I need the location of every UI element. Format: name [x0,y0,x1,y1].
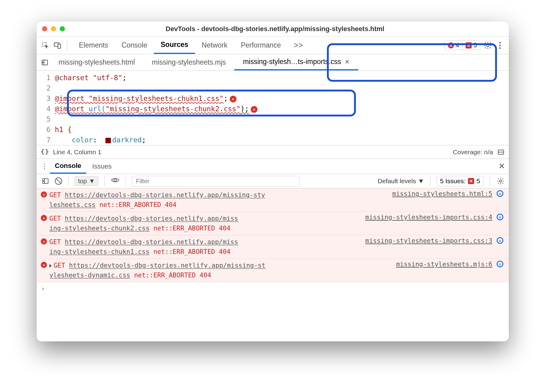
minimize-window-icon[interactable] [51,26,56,31]
chevron-down-icon: ▼ [418,177,424,185]
console-error-row[interactable]: ✕GET https://devtools-dbg-stories.netlif… [37,259,509,282]
window-title: DevTools - devtools-dbg-stories.netlify.… [65,25,503,33]
error-source-link[interactable]: missing-stylesheets.html:5 [389,190,495,198]
panel-tabs: Elements Console Sources Network Perform… [72,37,288,54]
network-panel-icon[interactable]: ⇅ [495,237,505,244]
separator [67,40,67,51]
settings-icon[interactable] [483,41,492,50]
code-area[interactable]: @charset "utf-8"; @import "missing-style… [55,73,509,145]
close-tab-icon[interactable]: ✕ [345,58,350,66]
file-tab-1[interactable]: missing-stylesheets.mjs [144,54,235,70]
traffic-lights [42,26,65,31]
issue-count: 5 [473,42,477,49]
file-tab-2[interactable]: missing-stylesh…ts-imports.css ✕ [234,54,358,70]
clear-console-icon[interactable] [55,177,62,185]
editor-statusbar: Line 4, Column 1 Coverage: n/a [37,145,509,159]
svg-point-3 [487,44,489,46]
main-toolbar: Elements Console Sources Network Perform… [37,37,509,54]
more-tabs-icon[interactable]: >> [291,41,306,50]
error-icon: ✕ [41,214,49,221]
error-icon: ✕ [448,42,454,48]
console-settings-icon[interactable] [496,176,505,186]
network-panel-icon[interactable]: ⇅ [495,261,505,267]
error-message: GET https://devtools-dbg-stories.netlify… [49,190,389,210]
live-expression-icon[interactable] [111,177,119,185]
kebab-menu-icon[interactable] [495,41,505,50]
svg-point-5 [499,45,501,46]
separator [490,176,490,187]
toggle-sidebar-icon[interactable] [497,148,505,156]
tab-performance[interactable]: Performance [234,37,288,54]
error-source-link[interactable]: missing-stylesheets-imports.css:3 [362,237,495,244]
svg-point-4 [499,42,501,43]
error-message: GET https://devtools-dbg-stories.netlify… [49,237,362,257]
error-icon: ✕ [41,190,49,198]
drawer-tabs: ⋮ Console Issues ✕ [37,159,509,174]
inspect-icon[interactable] [41,41,50,50]
console-error-row[interactable]: ✕GET https://devtools-dbg-stories.netlif… [37,188,509,212]
console-toolbar: top▼ Default levels ▼ 5 Issues: ✕ 5 [37,174,509,188]
error-source-link[interactable]: missing-stylesheets-imports.css:4 [362,214,495,221]
drawer-tab-console[interactable]: Console [50,159,86,174]
issues-button[interactable]: 5 Issues: ✕ 5 [437,176,484,186]
svg-point-6 [499,47,501,49]
console-error-row[interactable]: ✕GET https://devtools-dbg-stories.netlif… [37,235,509,259]
tab-console[interactable]: Console [115,37,154,54]
cursor-position: Line 4, Column 1 [53,148,101,156]
console-output[interactable]: ✕GET https://devtools-dbg-stories.netlif… [37,188,509,341]
svg-point-14 [499,180,502,182]
source-editor[interactable]: 1234567 @charset "utf-8"; @import "missi… [37,71,509,145]
coverage-label: Coverage: n/a [453,148,493,156]
error-message: GET https://devtools-dbg-stories.netlify… [49,261,393,280]
separator [430,176,431,187]
network-panel-icon[interactable]: ⇅ [495,190,505,197]
error-message: GET https://devtools-dbg-stories.netlify… [49,214,362,233]
close-drawer-icon[interactable]: ✕ [498,162,505,171]
svg-rect-2 [58,44,61,48]
log-levels-selector[interactable]: Default levels ▼ [378,177,424,185]
maximize-window-icon[interactable] [60,26,65,31]
titlebar: DevTools - devtools-dbg-stories.netlify.… [37,21,509,37]
file-tab-0[interactable]: missing-stylesheets.html [50,54,144,70]
drawer-tab-issues[interactable]: Issues [87,159,117,174]
close-window-icon[interactable] [42,26,47,31]
file-tabs: missing-stylesheets.html missing-stylesh… [37,54,509,71]
console-prompt[interactable]: › [37,282,509,295]
context-selector[interactable]: top▼ [75,176,98,186]
tab-network[interactable]: Network [195,37,234,54]
network-panel-icon[interactable]: ⇅ [495,214,505,220]
error-source-link[interactable]: missing-stylesheets.mjs:6 [393,261,495,268]
separator [126,176,126,187]
issue-icon: ✕ [466,42,472,48]
console-filter-input[interactable] [132,176,300,187]
error-icon: ✕ [41,237,49,244]
separator [105,176,105,187]
pretty-print-icon[interactable] [41,149,49,155]
issue-icon: ✕ [468,178,474,184]
error-icon: ✕ [41,261,49,268]
device-toolbar-icon[interactable] [53,41,62,50]
svg-point-13 [114,179,116,181]
show-navigator-icon[interactable] [40,59,50,66]
show-console-sidebar-icon[interactable] [40,177,51,185]
error-count: 4 [456,42,459,49]
separator [68,176,69,187]
console-error-row[interactable]: ✕GET https://devtools-dbg-stories.netlif… [37,212,509,235]
drawer-menu-icon[interactable]: ⋮ [40,162,49,170]
chevron-down-icon: ▼ [89,177,95,185]
line-gutter: 1234567 [37,73,55,145]
devtools-window: DevTools - devtools-dbg-stories.netlify.… [37,21,509,341]
tab-elements[interactable]: Elements [72,37,115,54]
tab-sources[interactable]: Sources [154,37,195,54]
error-badges[interactable]: ✕4 ✕5 [445,41,480,50]
